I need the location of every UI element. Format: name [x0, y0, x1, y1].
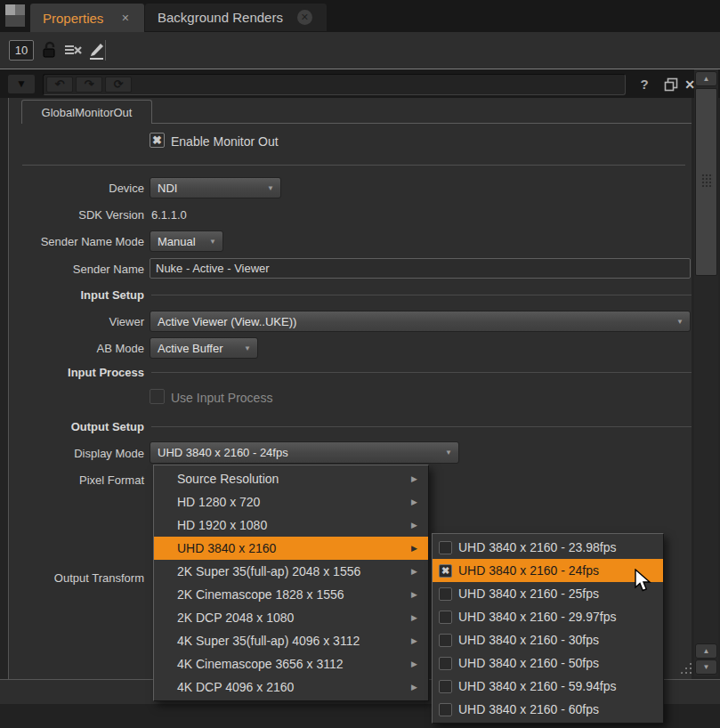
enable-monitor-out-label: Enable Monitor Out	[171, 134, 279, 149]
sdk-version-label: SDK Version	[9, 208, 144, 222]
chevron-down-icon: ▼	[676, 318, 684, 326]
float-panel-icon[interactable]	[663, 77, 679, 93]
scrollbar-thumb[interactable]	[695, 88, 717, 276]
input-setup-group-label: Input Setup	[9, 288, 144, 303]
enable-monitor-out-checkbox[interactable]: ✖	[150, 133, 165, 148]
item-checkbox	[439, 703, 452, 716]
undo-button[interactable]: ↶	[46, 77, 73, 93]
tab-properties[interactable]: Properties ✕	[30, 4, 144, 32]
menu-item[interactable]: 2K Cinemascope 1828 x 1556▶	[154, 583, 428, 606]
sdk-version-value: 6.1.1.0	[151, 208, 187, 222]
toolbar-separator	[105, 40, 106, 61]
display-mode-menu: Source Resolution▶ HD 1280 x 720▶ HD 192…	[153, 465, 429, 701]
input-process-group-label: Input Process	[9, 366, 144, 380]
menu-item-highlighted[interactable]: UHD 3840 x 2160▶	[154, 537, 428, 560]
submenu-arrow-icon: ▶	[411, 544, 417, 553]
panel-header: ▼ ↶ ↷ ⟳ ? ✕	[0, 69, 720, 98]
node-tab-label: GlobalMonitorOut	[42, 106, 133, 119]
properties-toolbar	[0, 32, 720, 69]
clear-panels-icon[interactable]	[62, 39, 84, 61]
max-panels-input[interactable]	[9, 40, 34, 61]
submenu-item-highlighted[interactable]: ✖UHD 3840 x 2160 - 24fps	[433, 559, 663, 582]
fps-submenu: UHD 3840 x 2160 - 23.98fps ✖UHD 3840 x 2…	[432, 533, 664, 724]
sender-name-label: Sender Name	[9, 263, 144, 277]
viewer-dropdown[interactable]: Active Viewer (View..UKE)) ▼	[150, 311, 691, 332]
window-tab-bar: Properties ✕ Background Renders ✕	[0, 0, 720, 32]
menu-item[interactable]: HD 1920 x 1080▶	[154, 514, 428, 537]
menu-item[interactable]: HD 1280 x 720▶	[154, 490, 428, 514]
submenu-item[interactable]: UHD 3840 x 2160 - 60fps	[433, 698, 663, 721]
scrollbar-up-icon[interactable]: ▲	[695, 71, 717, 86]
item-checkbox	[439, 541, 452, 554]
edit-icon[interactable]	[85, 39, 107, 61]
ab-mode-dropdown[interactable]: Active Buffer ▼	[150, 337, 258, 359]
device-dropdown[interactable]: NDI ▼	[150, 177, 281, 198]
viewer-label: Viewer	[9, 315, 144, 329]
submenu-item[interactable]: UHD 3840 x 2160 - 25fps	[433, 582, 663, 605]
close-icon[interactable]: ✕	[117, 11, 133, 26]
mouse-cursor	[634, 569, 655, 594]
menu-item[interactable]: 4K Cinemascope 3656 x 3112▶	[154, 652, 428, 675]
submenu-arrow-icon: ▶	[411, 567, 417, 576]
scrollbar-up-icon[interactable]: ▲	[695, 643, 717, 659]
sender-name-mode-label: Sender Name Mode	[9, 235, 144, 249]
menu-item[interactable]: 4K DCP 4096 x 2160▶	[154, 675, 428, 699]
display-mode-label: Display Mode	[9, 447, 144, 461]
scrollbar-down-icon[interactable]: ▼	[695, 659, 717, 675]
ab-mode-label: AB Mode	[9, 342, 144, 356]
viewer-value: Active Viewer (View..UKE))	[158, 315, 296, 328]
ab-mode-value: Active Buffer	[158, 342, 222, 355]
tab-background-renders-label: Background Renders	[158, 10, 283, 25]
chevron-down-icon: ▼	[244, 344, 251, 352]
section-divider	[22, 165, 685, 166]
vertical-scrollbar[interactable]: ▲ ▲ ▼	[694, 69, 718, 676]
submenu-arrow-icon: ▶	[411, 590, 417, 599]
item-checkbox	[439, 587, 452, 601]
submenu-item[interactable]: UHD 3840 x 2160 - 50fps	[433, 651, 663, 675]
submenu-item[interactable]: UHD 3840 x 2160 - 23.98fps	[433, 536, 663, 559]
menu-item[interactable]: 2K DCP 2048 x 1080▶	[154, 606, 428, 629]
group-rule	[151, 372, 692, 373]
submenu-item[interactable]: UHD 3840 x 2160 - 29.97fps	[433, 605, 663, 628]
node-tab-underline	[152, 123, 692, 124]
item-checkbox	[439, 657, 452, 670]
tab-background-renders[interactable]: Background Renders ✕	[145, 4, 327, 31]
sender-name-mode-dropdown[interactable]: Manual ▼	[150, 231, 223, 252]
submenu-arrow-icon: ▶	[411, 613, 417, 622]
help-button[interactable]: ?	[635, 76, 653, 93]
display-mode-dropdown[interactable]: UHD 3840 x 2160 - 24fps ▼	[150, 441, 459, 464]
submenu-item[interactable]: UHD 3840 x 2160 - 59.94fps	[433, 675, 663, 698]
output-setup-group-label: Output Setup	[9, 420, 144, 434]
submenu-arrow-icon: ▶	[411, 683, 417, 692]
device-value: NDI	[158, 182, 177, 195]
unlock-icon[interactable]	[39, 39, 61, 61]
use-input-process-label: Use Input Process	[171, 391, 272, 405]
redo-button[interactable]: ↷	[76, 77, 102, 93]
group-rule	[151, 295, 692, 295]
sender-name-mode-value: Manual	[158, 235, 196, 248]
chevron-down-icon: ▼	[445, 449, 452, 457]
scrollbar-grip	[701, 174, 713, 188]
close-icon[interactable]: ✕	[297, 10, 312, 25]
output-transform-label: Output Transform	[9, 571, 144, 586]
menu-item[interactable]: 2K Super 35(full-ap) 2048 x 1556▶	[154, 560, 428, 583]
item-checkbox	[439, 634, 452, 647]
node-tab-globalmonitorout[interactable]: GlobalMonitorOut	[21, 100, 152, 124]
collapse-triangle-button[interactable]: ▼	[8, 75, 35, 93]
use-input-process-checkbox[interactable]	[150, 389, 165, 404]
submenu-arrow-icon: ▶	[411, 474, 417, 483]
display-mode-value: UHD 3840 x 2160 - 24fps	[158, 446, 288, 459]
menu-item[interactable]: Source Resolution▶	[154, 467, 428, 490]
sender-name-input[interactable]	[150, 258, 691, 279]
item-checkbox	[439, 611, 452, 624]
chevron-down-icon: ▼	[209, 238, 216, 246]
history-bar: ↶ ↷ ⟳	[43, 74, 626, 95]
submenu-item[interactable]: UHD 3840 x 2160 - 30fps	[433, 628, 663, 651]
pane-layout-icon[interactable]	[5, 4, 25, 27]
revert-button[interactable]: ⟳	[105, 77, 132, 93]
tab-properties-label: Properties	[43, 11, 103, 26]
menu-item[interactable]: 4K Super 35(full-ap) 4096 x 3112▶	[154, 629, 428, 652]
submenu-arrow-icon: ▶	[411, 659, 417, 668]
pixel-format-label: Pixel Format	[9, 473, 144, 488]
group-rule	[151, 426, 692, 427]
